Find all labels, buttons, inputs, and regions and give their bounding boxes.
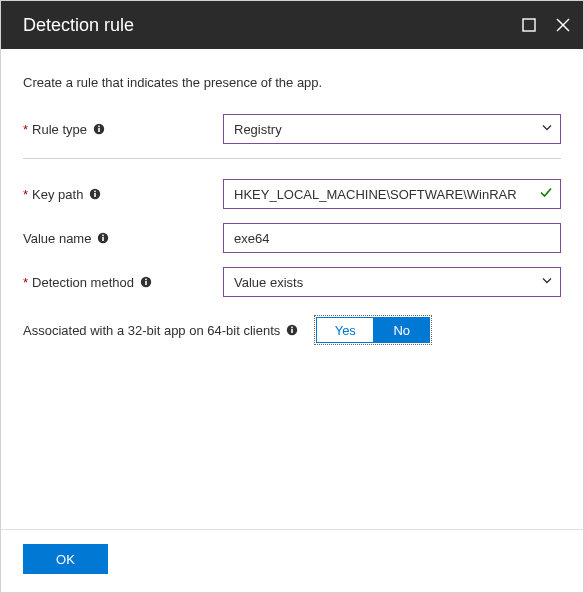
toggle-yes[interactable]: Yes <box>317 318 373 342</box>
svg-rect-0 <box>523 19 535 31</box>
select-detection-method[interactable]: Value exists <box>223 267 561 297</box>
label-value-name-text: Value name <box>23 231 91 246</box>
svg-rect-7 <box>95 193 97 197</box>
panel-content: Create a rule that indicates the presenc… <box>1 49 583 529</box>
required-star: * <box>23 275 28 290</box>
select-rule-type-wrap: Registry <box>223 114 561 144</box>
input-value-name[interactable] <box>223 223 561 253</box>
input-key-path[interactable] <box>223 179 561 209</box>
panel-footer: OK <box>1 529 583 592</box>
row-associated: Associated with a 32-bit app on 64-bit c… <box>23 317 561 343</box>
label-associated-text: Associated with a 32-bit app on 64-bit c… <box>23 323 280 338</box>
input-value-name-wrap <box>223 223 561 253</box>
close-icon[interactable] <box>555 17 571 33</box>
row-value-name: Value name <box>23 223 561 253</box>
svg-rect-5 <box>98 126 100 128</box>
svg-rect-11 <box>103 235 105 237</box>
toggle-32bit: Yes No <box>316 317 430 343</box>
required-star: * <box>23 122 28 137</box>
label-key-path-text: Key path <box>32 187 83 202</box>
select-rule-type[interactable]: Registry <box>223 114 561 144</box>
label-associated: Associated with a 32-bit app on 64-bit c… <box>23 323 298 338</box>
ok-button[interactable]: OK <box>23 544 108 574</box>
svg-rect-10 <box>103 237 105 241</box>
row-rule-type: * Rule type Registry <box>23 114 561 144</box>
label-key-path: * Key path <box>23 187 223 202</box>
section-divider <box>23 158 561 159</box>
label-detection-method-text: Detection method <box>32 275 134 290</box>
svg-rect-16 <box>291 329 293 333</box>
svg-rect-4 <box>98 128 100 132</box>
required-star: * <box>23 187 28 202</box>
detection-rule-panel: Detection rule Create a rule that indica… <box>0 0 584 593</box>
info-icon[interactable] <box>140 276 152 288</box>
row-detection-method: * Detection method Value exists <box>23 267 561 297</box>
svg-rect-14 <box>145 279 147 281</box>
intro-text: Create a rule that indicates the presenc… <box>23 75 561 90</box>
label-rule-type: * Rule type <box>23 122 223 137</box>
label-value-name: Value name <box>23 231 223 246</box>
info-icon[interactable] <box>93 123 105 135</box>
info-icon[interactable] <box>97 232 109 244</box>
svg-rect-8 <box>95 191 97 193</box>
select-detection-method-value: Value exists <box>234 275 303 290</box>
label-detection-method: * Detection method <box>23 275 223 290</box>
chevron-down-icon <box>541 122 553 137</box>
toggle-no[interactable]: No <box>373 318 429 342</box>
select-rule-type-value: Registry <box>234 122 282 137</box>
row-key-path: * Key path <box>23 179 561 209</box>
info-icon[interactable] <box>89 188 101 200</box>
label-rule-type-text: Rule type <box>32 122 87 137</box>
chevron-down-icon <box>541 275 553 290</box>
titlebar: Detection rule <box>1 1 583 49</box>
panel-title: Detection rule <box>23 15 521 36</box>
maximize-icon[interactable] <box>521 17 537 33</box>
title-actions <box>521 17 571 33</box>
info-icon[interactable] <box>286 324 298 336</box>
select-detection-method-wrap: Value exists <box>223 267 561 297</box>
svg-rect-13 <box>145 281 147 285</box>
input-key-path-wrap <box>223 179 561 209</box>
svg-rect-17 <box>291 327 293 329</box>
